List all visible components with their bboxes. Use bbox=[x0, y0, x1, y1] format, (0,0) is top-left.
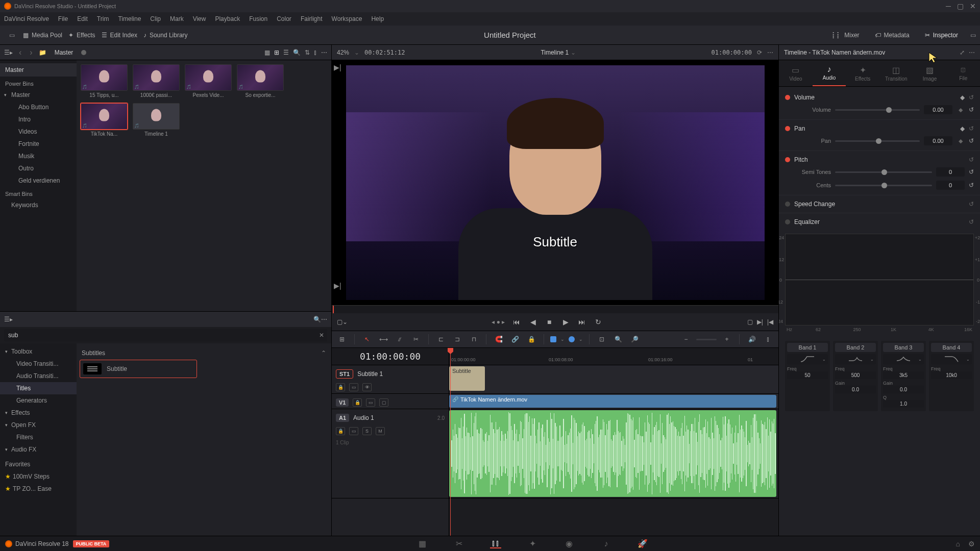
page-edit[interactable]: ⫿⫿ bbox=[490, 539, 501, 548]
clip-thumbnail[interactable]: Timeline 1 bbox=[133, 103, 180, 137]
viewer-mode-icon[interactable]: ▢⌄ bbox=[337, 318, 348, 325]
favorite-item[interactable]: ★TP ZO... Ease bbox=[0, 483, 77, 495]
home-icon[interactable]: ⌂ bbox=[956, 540, 960, 548]
audio-track-lane[interactable] bbox=[449, 409, 778, 498]
match-frame-icon[interactable]: ▢ bbox=[747, 318, 753, 325]
track-lock-icon[interactable]: 🔒 bbox=[336, 383, 345, 391]
band-curve-selector[interactable]: ⌄ bbox=[883, 354, 924, 364]
viewer-canvas[interactable]: ▶| Subtitle ▶| bbox=[332, 60, 778, 305]
timeline-name[interactable]: Timeline 1 bbox=[541, 49, 569, 56]
track-tag[interactable]: ST1 bbox=[336, 369, 353, 379]
page-fairlight[interactable]: ♪ bbox=[600, 539, 611, 548]
inspector-tab-image[interactable]: ▧Image bbox=[913, 60, 947, 86]
section-enable-icon[interactable] bbox=[785, 219, 790, 224]
page-fusion[interactable]: ✦ bbox=[527, 539, 538, 548]
section-enable-icon[interactable] bbox=[785, 95, 790, 100]
bin-item[interactable]: Outro bbox=[0, 162, 77, 174]
fx-tree-item[interactable]: Audio Transiti... bbox=[0, 370, 77, 382]
metadata-view-icon[interactable]: ▦ bbox=[264, 49, 270, 56]
section-enable-icon[interactable] bbox=[785, 202, 790, 207]
layout-icon[interactable]: ▭ bbox=[9, 32, 15, 39]
expand-inspector-icon[interactable]: ⤢ bbox=[960, 49, 965, 56]
link-icon[interactable]: 🔗 bbox=[509, 333, 521, 345]
mini-scrubber[interactable] bbox=[332, 305, 778, 313]
keyframe-icon[interactable]: ◆ bbox=[960, 94, 965, 101]
menu-item[interactable]: Workspace bbox=[332, 15, 362, 22]
bin-item[interactable]: Videos bbox=[0, 126, 77, 138]
track-header-video[interactable]: V1 🔒 ▭ ▢ bbox=[332, 394, 449, 409]
fx-tree-item[interactable]: ▾Open FX bbox=[0, 419, 77, 431]
media-pool-toggle[interactable]: ▦ Media Pool bbox=[20, 30, 65, 41]
keyframe-icon[interactable]: ◆ bbox=[957, 107, 965, 113]
menu-item[interactable]: View bbox=[193, 15, 206, 22]
inspector-toggle[interactable]: ✂ Inspector bbox=[922, 30, 961, 41]
playhead[interactable] bbox=[450, 348, 451, 536]
dynamic-trim-tool[interactable]: ⫽ bbox=[394, 333, 406, 345]
replace-tool[interactable]: ⊓ bbox=[468, 333, 480, 345]
menu-item[interactable]: Edit bbox=[77, 15, 88, 22]
audio-clip[interactable] bbox=[449, 410, 776, 497]
track-mute-button[interactable]: M bbox=[376, 427, 385, 435]
effects-toggle[interactable]: ✦ Effects bbox=[65, 30, 98, 41]
filter-icon[interactable]: ⫿ bbox=[314, 49, 317, 56]
prev-edit-icon[interactable]: |◀ bbox=[767, 318, 773, 325]
menu-item[interactable]: DaVinci Resolve bbox=[4, 15, 49, 22]
inspector-tab-transition[interactable]: ◫Transition bbox=[879, 60, 913, 86]
page-media[interactable]: ▦ bbox=[416, 539, 428, 548]
reset-icon[interactable]: ↺ bbox=[969, 201, 974, 208]
band-gain-value[interactable]: 0.0 bbox=[835, 386, 876, 393]
cents-slider[interactable] bbox=[835, 185, 932, 186]
fx-tree-item[interactable]: Titles bbox=[0, 382, 77, 394]
zoom-to-fit-icon[interactable]: ⊡ bbox=[596, 333, 608, 345]
stop-button[interactable]: ■ bbox=[545, 317, 554, 327]
reset-icon[interactable]: ↺ bbox=[969, 182, 974, 189]
band-curve-selector[interactable]: ⌄ bbox=[931, 354, 972, 364]
track-disable-icon[interactable]: ▢ bbox=[379, 398, 388, 407]
bin-item[interactable]: Intro bbox=[0, 113, 77, 126]
subtitle-track-lane[interactable]: Subtitle bbox=[449, 365, 778, 394]
timeline-view-icon[interactable]: ⊞ bbox=[336, 333, 348, 345]
bin-item[interactable]: Geld verdienen bbox=[0, 174, 77, 187]
keyframe-icon[interactable]: ◆ bbox=[957, 138, 965, 144]
track-lock-icon[interactable]: 🔒 bbox=[336, 427, 345, 435]
track-header-audio[interactable]: A1 Audio 1 2.0 🔒 ▭ S M 1 Clip bbox=[332, 409, 449, 498]
bin-item[interactable]: Keywords bbox=[0, 199, 77, 211]
minimize-button[interactable]: ─ bbox=[946, 2, 951, 10]
nav-forward-icon[interactable]: › bbox=[28, 48, 34, 57]
eq-band[interactable]: Band 1 ⌄ Freq50 bbox=[785, 341, 830, 411]
bin-master[interactable]: Master bbox=[0, 63, 77, 77]
pan-value[interactable]: 0.00 bbox=[924, 136, 952, 145]
volume-section-header[interactable]: Volume ◆ ↺ bbox=[785, 92, 974, 103]
menu-item[interactable]: Fairlight bbox=[301, 15, 323, 22]
favorite-item[interactable]: ★100mV Steps bbox=[0, 470, 77, 483]
reset-icon[interactable]: ↺ bbox=[969, 156, 974, 163]
reset-icon[interactable]: ↺ bbox=[969, 218, 974, 226]
pan-slider[interactable] bbox=[835, 140, 920, 142]
play-button[interactable]: ▶ bbox=[561, 317, 570, 327]
flag-blue-icon[interactable] bbox=[550, 336, 556, 342]
thumbnail-view-icon[interactable]: ⊞ bbox=[274, 49, 279, 56]
lock-icon[interactable]: 🔒 bbox=[525, 333, 537, 345]
overwrite-tool[interactable]: ⊐ bbox=[451, 333, 463, 345]
reset-icon[interactable]: ↺ bbox=[969, 168, 974, 176]
track-enable-icon[interactable]: ▭ bbox=[349, 383, 358, 391]
custom-zoom-icon[interactable]: 🔎 bbox=[628, 333, 641, 345]
track-enable-icon[interactable]: ▭ bbox=[349, 427, 358, 435]
reset-icon[interactable]: ↺ bbox=[969, 106, 974, 113]
volume-value[interactable]: 0.00 bbox=[924, 105, 952, 114]
blade-tool[interactable]: ✂ bbox=[410, 333, 422, 345]
track-tag[interactable]: V1 bbox=[336, 398, 349, 407]
inspector-tab-audio[interactable]: ♪Audio bbox=[813, 60, 846, 86]
reset-icon[interactable]: ↺ bbox=[969, 137, 974, 144]
inspector-tab-file[interactable]: ⎅File bbox=[946, 60, 980, 86]
track-tag[interactable]: A1 bbox=[336, 414, 349, 422]
cents-value[interactable]: 0 bbox=[936, 181, 965, 190]
collapse-icon[interactable]: ⌃ bbox=[321, 349, 326, 357]
timeline-ruler[interactable]: 01:00:00:00 01:00:08:00 01:00:16:00 01 bbox=[449, 348, 778, 365]
next-edit-icon[interactable]: ▶| bbox=[757, 318, 763, 325]
breadcrumb[interactable]: Master bbox=[55, 49, 74, 56]
trim-tool[interactable]: ⟷ bbox=[377, 333, 389, 345]
clip-thumbnail[interactable]: 15 Tipps, u... bbox=[81, 64, 128, 98]
band-freq-value[interactable]: 500 bbox=[835, 371, 876, 379]
bin-item[interactable]: ▾Master bbox=[0, 89, 77, 101]
